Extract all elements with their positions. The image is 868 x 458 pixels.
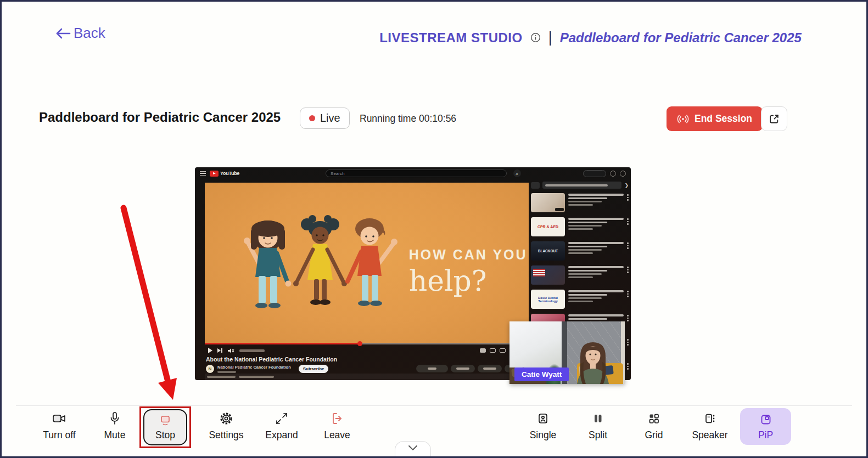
stage-overlay-line1: HOW CAN YOU xyxy=(409,247,528,263)
youtube-player-controls xyxy=(205,346,529,355)
youtube-logo-text: YouTube xyxy=(220,171,239,176)
video-thumbnail xyxy=(531,193,565,212)
livestream-studio-page: Back LIVESTREAM STUDIO | Paddleboard for… xyxy=(0,0,868,458)
thumb-text: BLACKOUT xyxy=(538,249,558,253)
expand-icon xyxy=(275,411,288,426)
suggested-video-row xyxy=(531,193,629,212)
settings-label: Settings xyxy=(209,429,243,441)
participant-name-tag: Catie Wyatt xyxy=(514,367,569,381)
youtube-avatar xyxy=(620,171,626,177)
settings-button[interactable]: Settings xyxy=(201,411,251,441)
kebab-menu-icon xyxy=(627,193,629,212)
app-header: LIVESTREAM STUDIO | Paddleboard for Pedi… xyxy=(342,29,839,46)
autoplay-icon xyxy=(480,348,486,353)
filter-channel-chip xyxy=(542,182,621,189)
back-label: Back xyxy=(74,25,105,42)
youtube-topbar: YouTube Search ♬ xyxy=(195,167,631,179)
channel-avatar: N xyxy=(206,365,214,373)
kids-illustration xyxy=(205,183,529,343)
youtube-channel-row: N National Pediatric Cancer Foundation S… xyxy=(206,364,529,374)
live-status-badge: Live xyxy=(300,108,350,129)
participant-person xyxy=(569,331,617,384)
kebab-menu-icon xyxy=(627,217,629,236)
toolbar-divider xyxy=(16,405,852,406)
participant-tile-camera xyxy=(562,321,625,384)
video-stage: HOW CAN YOU help? xyxy=(205,183,529,343)
pip-participant-tiles: Catie Wyatt xyxy=(509,321,625,384)
share-pill xyxy=(451,365,475,372)
back-button[interactable]: Back xyxy=(55,25,105,42)
layout-single-button[interactable]: Single xyxy=(518,411,568,441)
split-label: Split xyxy=(589,429,607,441)
screen-share-icon xyxy=(158,414,172,428)
header-event-title: Paddleboard for Pediatric Cancer 2025 xyxy=(560,30,802,46)
sidebar-filter-row: ❯ xyxy=(531,182,629,189)
layout-split-button[interactable]: Split xyxy=(573,411,623,441)
live-dot-icon xyxy=(309,115,315,121)
youtube-topbar-actions xyxy=(583,170,626,177)
video-thumbnail: Basic Dental Terminology xyxy=(531,290,565,309)
annotation-arrow xyxy=(106,198,199,406)
save-pill xyxy=(478,365,502,372)
player-settings-icon xyxy=(500,348,506,353)
turn-off-label: Turn off xyxy=(43,429,75,441)
collapse-toolbar-tab[interactable] xyxy=(395,441,431,458)
youtube-mic-icon: ♬ xyxy=(513,169,521,177)
layout-grid-button[interactable]: Grid xyxy=(629,411,679,441)
menu-icon xyxy=(200,171,206,176)
kebab-menu-icon xyxy=(627,290,629,309)
suggested-video-row: CPR & AED xyxy=(531,217,629,236)
play-icon xyxy=(208,348,212,353)
end-session-button[interactable]: End Session xyxy=(667,106,763,131)
youtube-logo: YouTube xyxy=(210,171,239,177)
stop-label: Stop xyxy=(155,429,175,441)
gear-icon xyxy=(219,411,233,426)
split-layout-icon xyxy=(591,411,604,426)
suggested-video-row xyxy=(531,265,629,285)
channel-name: National Pediatric Cancer Foundation xyxy=(217,365,291,370)
video-thumbnail xyxy=(531,265,565,285)
single-layout-icon xyxy=(536,411,550,426)
single-label: Single xyxy=(530,429,557,441)
youtube-video-title: About the National Pediatric Cancer Foun… xyxy=(206,356,337,363)
layout-pip-button[interactable]: PiP xyxy=(740,408,791,445)
stop-screen-share-button[interactable]: Stop xyxy=(143,409,187,445)
info-icon[interactable] xyxy=(530,32,541,43)
time-display xyxy=(239,349,265,352)
youtube-bell-icon xyxy=(610,171,616,177)
leave-button[interactable]: Leave xyxy=(312,411,362,441)
youtube-play-icon xyxy=(210,171,219,177)
suggested-video-row: BLACKOUT xyxy=(531,241,629,261)
app-title: LIVESTREAM STUDIO xyxy=(379,30,523,46)
kebab-menu-icon xyxy=(627,362,629,380)
mute-label: Mute xyxy=(104,429,126,441)
video-thumbnail: CPR & AED xyxy=(531,217,565,236)
subscriber-count xyxy=(217,371,236,373)
leave-label: Leave xyxy=(324,429,350,441)
microphone-icon xyxy=(108,411,121,426)
header-separator: | xyxy=(548,29,552,46)
camera-icon xyxy=(52,411,67,426)
subscribe-button: Subscribe xyxy=(299,365,329,373)
expand-button[interactable]: Expand xyxy=(256,411,307,441)
next-icon xyxy=(217,348,222,353)
pip-layout-icon xyxy=(759,412,772,427)
kebab-menu-icon xyxy=(627,314,629,333)
filter-all-chip xyxy=(531,182,540,189)
captions-icon xyxy=(490,348,496,353)
layout-speaker-button[interactable]: Speaker xyxy=(685,411,735,441)
thumb-text: CPR & AED xyxy=(537,225,558,229)
open-external-button[interactable] xyxy=(761,106,787,131)
speaker-label: Speaker xyxy=(692,429,727,441)
stage-overlay-line2: help? xyxy=(409,264,487,297)
grid-layout-icon xyxy=(647,411,660,426)
external-link-icon xyxy=(768,113,780,125)
mute-button[interactable]: Mute xyxy=(89,411,140,441)
expand-label: Expand xyxy=(265,429,298,441)
end-session-label: End Session xyxy=(695,113,752,125)
youtube-search-placeholder: Search xyxy=(331,171,344,176)
speaker-layout-icon xyxy=(703,411,716,426)
youtube-search-input: Search xyxy=(326,169,507,177)
broadcast-icon xyxy=(677,114,689,125)
turn-off-camera-button[interactable]: Turn off xyxy=(34,411,85,441)
